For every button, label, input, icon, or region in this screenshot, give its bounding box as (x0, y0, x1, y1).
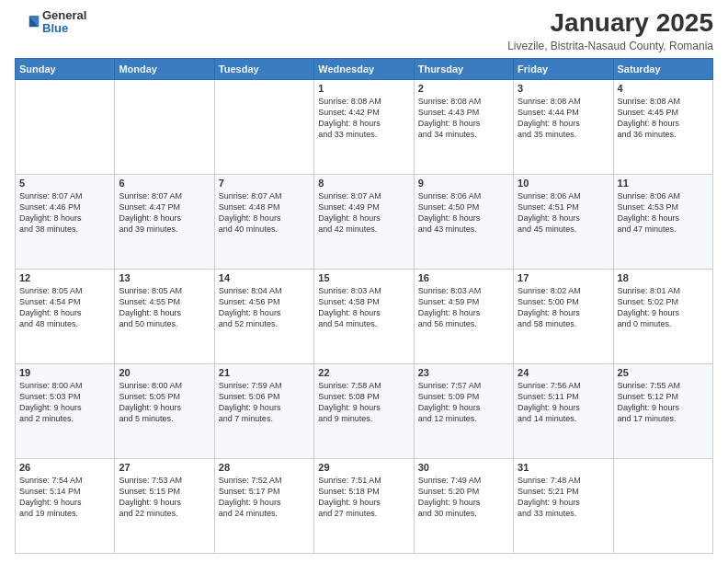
day-number: 12 (19, 272, 110, 283)
day-number: 9 (418, 178, 509, 189)
calendar-day-cell: 23Sunrise: 7:57 AM Sunset: 5:09 PM Dayli… (414, 363, 513, 458)
day-info: Sunrise: 8:01 AM Sunset: 5:02 PM Dayligh… (618, 285, 709, 330)
calendar-day-cell: 12Sunrise: 8:05 AM Sunset: 4:54 PM Dayli… (16, 269, 115, 363)
day-info: Sunrise: 8:06 AM Sunset: 4:53 PM Dayligh… (618, 190, 709, 236)
day-info: Sunrise: 7:53 AM Sunset: 5:15 PM Dayligh… (119, 475, 210, 520)
day-number: 6 (119, 178, 210, 189)
day-number: 7 (219, 178, 310, 189)
day-info: Sunrise: 8:05 AM Sunset: 4:55 PM Dayligh… (119, 285, 210, 330)
calendar-day-cell: 19Sunrise: 8:00 AM Sunset: 5:03 PM Dayli… (16, 363, 115, 458)
calendar-day-cell: 3Sunrise: 8:08 AM Sunset: 4:44 PM Daylig… (514, 79, 613, 174)
calendar-day-cell: 16Sunrise: 8:03 AM Sunset: 4:59 PM Dayli… (414, 269, 513, 363)
weekday-header: Saturday (613, 58, 712, 79)
day-number: 3 (518, 83, 609, 94)
day-info: Sunrise: 7:58 AM Sunset: 5:08 PM Dayligh… (318, 380, 409, 425)
day-number: 19 (19, 367, 110, 378)
month-title: January 2025 (507, 9, 713, 38)
day-info: Sunrise: 8:08 AM Sunset: 4:42 PM Dayligh… (318, 96, 409, 141)
day-number: 22 (318, 367, 409, 378)
day-number: 28 (219, 462, 310, 473)
day-info: Sunrise: 8:00 AM Sunset: 5:03 PM Dayligh… (19, 380, 110, 425)
day-info: Sunrise: 7:54 AM Sunset: 5:14 PM Dayligh… (19, 475, 110, 520)
day-number: 29 (318, 462, 409, 473)
day-info: Sunrise: 8:03 AM Sunset: 4:59 PM Dayligh… (418, 285, 509, 330)
location-subtitle: Livezile, Bistrita-Nasaud County, Romani… (507, 40, 713, 52)
day-number: 18 (618, 272, 709, 283)
weekday-header: Wednesday (314, 58, 414, 79)
calendar-day-cell (115, 79, 214, 174)
day-number: 25 (618, 367, 709, 378)
calendar-day-cell: 21Sunrise: 7:59 AM Sunset: 5:06 PM Dayli… (214, 363, 313, 458)
day-number: 27 (119, 462, 210, 473)
title-block: January 2025 Livezile, Bistrita-Nasaud C… (507, 9, 713, 52)
calendar-day-cell: 30Sunrise: 7:49 AM Sunset: 5:20 PM Dayli… (414, 458, 513, 553)
calendar-day-cell: 29Sunrise: 7:51 AM Sunset: 5:18 PM Dayli… (314, 458, 414, 553)
day-number: 31 (518, 462, 609, 473)
calendar-day-cell: 7Sunrise: 8:07 AM Sunset: 4:48 PM Daylig… (214, 174, 313, 269)
page: General Blue January 2025 Livezile, Bist… (0, 0, 728, 563)
day-number: 26 (19, 462, 110, 473)
calendar-day-cell: 28Sunrise: 7:52 AM Sunset: 5:17 PM Dayli… (214, 458, 313, 553)
calendar-day-cell: 10Sunrise: 8:06 AM Sunset: 4:51 PM Dayli… (514, 174, 613, 269)
logo-text: General Blue (42, 9, 86, 36)
day-number: 4 (618, 83, 709, 94)
day-number: 10 (518, 178, 609, 189)
calendar-day-cell: 17Sunrise: 8:02 AM Sunset: 5:00 PM Dayli… (514, 269, 613, 363)
day-number: 11 (618, 178, 709, 189)
day-number: 23 (418, 367, 509, 378)
weekday-header: Thursday (414, 58, 513, 79)
calendar-day-cell: 14Sunrise: 8:04 AM Sunset: 4:56 PM Dayli… (214, 269, 313, 363)
header: General Blue January 2025 Livezile, Bist… (15, 9, 713, 52)
logo-general-text: General (42, 9, 86, 22)
day-number: 16 (418, 272, 509, 283)
day-info: Sunrise: 8:08 AM Sunset: 4:44 PM Dayligh… (518, 96, 609, 141)
day-number: 13 (119, 272, 210, 283)
day-number: 15 (318, 272, 409, 283)
day-info: Sunrise: 8:02 AM Sunset: 5:00 PM Dayligh… (518, 285, 609, 330)
calendar-week-row: 1Sunrise: 8:08 AM Sunset: 4:42 PM Daylig… (16, 79, 713, 174)
day-info: Sunrise: 8:08 AM Sunset: 4:43 PM Dayligh… (418, 96, 509, 141)
calendar-day-cell: 15Sunrise: 8:03 AM Sunset: 4:58 PM Dayli… (314, 269, 414, 363)
day-info: Sunrise: 7:55 AM Sunset: 5:12 PM Dayligh… (618, 380, 709, 425)
day-info: Sunrise: 8:07 AM Sunset: 4:49 PM Dayligh… (318, 190, 409, 236)
day-number: 21 (219, 367, 310, 378)
day-info: Sunrise: 7:56 AM Sunset: 5:11 PM Dayligh… (518, 380, 609, 425)
calendar-day-cell: 24Sunrise: 7:56 AM Sunset: 5:11 PM Dayli… (514, 363, 613, 458)
weekday-header: Tuesday (214, 58, 313, 79)
day-info: Sunrise: 7:48 AM Sunset: 5:21 PM Dayligh… (518, 475, 609, 520)
day-number: 20 (119, 367, 210, 378)
day-number: 2 (418, 83, 509, 94)
logo: General Blue (15, 9, 86, 36)
day-info: Sunrise: 8:06 AM Sunset: 4:50 PM Dayligh… (418, 190, 509, 236)
calendar-day-cell: 26Sunrise: 7:54 AM Sunset: 5:14 PM Dayli… (16, 458, 115, 553)
calendar-week-row: 19Sunrise: 8:00 AM Sunset: 5:03 PM Dayli… (16, 363, 713, 458)
day-number: 5 (19, 178, 110, 189)
weekday-header: Friday (514, 58, 613, 79)
calendar-day-cell: 4Sunrise: 8:08 AM Sunset: 4:45 PM Daylig… (613, 79, 712, 174)
day-info: Sunrise: 7:59 AM Sunset: 5:06 PM Dayligh… (219, 380, 310, 425)
day-info: Sunrise: 8:06 AM Sunset: 4:51 PM Dayligh… (518, 190, 609, 236)
calendar-day-cell: 2Sunrise: 8:08 AM Sunset: 4:43 PM Daylig… (414, 79, 513, 174)
calendar-day-cell: 5Sunrise: 8:07 AM Sunset: 4:46 PM Daylig… (16, 174, 115, 269)
day-info: Sunrise: 8:04 AM Sunset: 4:56 PM Dayligh… (219, 285, 310, 330)
calendar-day-cell: 1Sunrise: 8:08 AM Sunset: 4:42 PM Daylig… (314, 79, 414, 174)
calendar-day-cell: 25Sunrise: 7:55 AM Sunset: 5:12 PM Dayli… (613, 363, 712, 458)
day-info: Sunrise: 8:07 AM Sunset: 4:47 PM Dayligh… (119, 190, 210, 236)
calendar-week-row: 26Sunrise: 7:54 AM Sunset: 5:14 PM Dayli… (16, 458, 713, 553)
calendar-header-row: SundayMondayTuesdayWednesdayThursdayFrid… (16, 58, 713, 79)
weekday-header: Sunday (16, 58, 115, 79)
day-number: 30 (418, 462, 509, 473)
day-number: 8 (318, 178, 409, 189)
calendar-week-row: 12Sunrise: 8:05 AM Sunset: 4:54 PM Dayli… (16, 269, 713, 363)
calendar-day-cell: 22Sunrise: 7:58 AM Sunset: 5:08 PM Dayli… (314, 363, 414, 458)
day-info: Sunrise: 7:52 AM Sunset: 5:17 PM Dayligh… (219, 475, 310, 520)
logo-icon (15, 9, 40, 35)
calendar-day-cell: 31Sunrise: 7:48 AM Sunset: 5:21 PM Dayli… (514, 458, 613, 553)
day-info: Sunrise: 8:00 AM Sunset: 5:05 PM Dayligh… (119, 380, 210, 425)
weekday-header: Monday (115, 58, 214, 79)
calendar-day-cell: 9Sunrise: 8:06 AM Sunset: 4:50 PM Daylig… (414, 174, 513, 269)
day-number: 24 (518, 367, 609, 378)
day-number: 14 (219, 272, 310, 283)
calendar-day-cell: 11Sunrise: 8:06 AM Sunset: 4:53 PM Dayli… (613, 174, 712, 269)
calendar-day-cell: 18Sunrise: 8:01 AM Sunset: 5:02 PM Dayli… (613, 269, 712, 363)
